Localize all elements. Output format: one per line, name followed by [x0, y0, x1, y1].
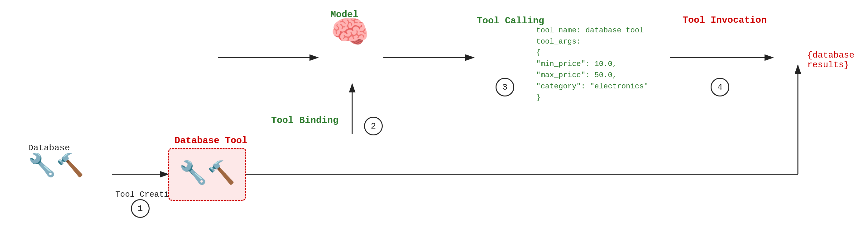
diagram: Model 🧠 Tool Binding 2 Tool Calling 3 to… [0, 0, 868, 225]
database-tool-label: Database Tool [175, 136, 247, 146]
database-icon: 🔧🔨 [28, 156, 84, 178]
tool-args-code: tool_name: database_tool tool_args: { "m… [536, 25, 648, 103]
tool-invocation-label: Tool Invocation [683, 15, 767, 26]
step-4-circle: 4 [711, 78, 729, 97]
code-line3: { [536, 47, 648, 59]
code-line6: "category": "electronics" [536, 81, 648, 92]
step-3-circle: 3 [496, 78, 514, 97]
step-2-circle: 2 [364, 117, 383, 136]
code-line7: } [536, 92, 648, 103]
code-line4: "min_price": 10.0, [536, 59, 648, 70]
code-line1: tool_name: database_tool [536, 25, 648, 36]
code-line2: tool_args: [536, 36, 648, 47]
tool-calling-label: Tool Calling [477, 15, 544, 26]
brain-icon: 🧠 [330, 19, 369, 50]
tool-binding-label: Tool Binding [271, 115, 339, 126]
step-1-circle: 1 [131, 199, 150, 218]
database-tool-box: 🔧🔨 [168, 148, 246, 201]
code-line5: "max_price": 50.0, [536, 70, 648, 81]
database-label: Database [28, 143, 70, 153]
result-label: {database results} [807, 50, 868, 70]
